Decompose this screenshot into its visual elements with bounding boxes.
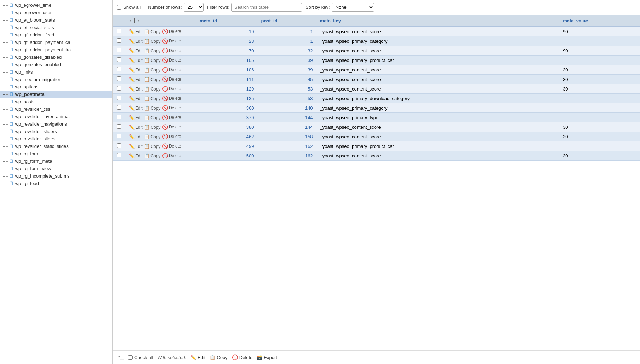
delete-button[interactable]: 🚫 Delete bbox=[162, 67, 181, 73]
footer-export-button[interactable]: 🗃️ Export bbox=[257, 355, 277, 360]
check-all-label[interactable]: Check all bbox=[134, 355, 153, 360]
row-actions-cell: ✏️ Edit 📋 Copy 🚫 Delete bbox=[125, 84, 196, 94]
sidebar-item-wp_egrower_time[interactable]: + – 🗒 wp_egrower_time bbox=[0, 1, 112, 9]
sidebar-item-wp_revslider_slides[interactable]: + – 🗒 wp_revslider_slides bbox=[0, 135, 112, 143]
edit-button[interactable]: ✏️ Edit bbox=[129, 67, 143, 73]
table-row: ✏️ Edit 📋 Copy 🚫 Delete 12953_yoast_wpse… bbox=[113, 84, 640, 94]
edit-button[interactable]: ✏️ Edit bbox=[129, 96, 143, 101]
delete-button[interactable]: 🚫 Delete bbox=[162, 38, 181, 44]
sidebar-item-wp_revslider_sliders[interactable]: + – 🗒 wp_revslider_sliders bbox=[0, 128, 112, 135]
row-checkbox[interactable] bbox=[117, 96, 121, 100]
row-checkbox[interactable] bbox=[117, 143, 121, 148]
sidebar-item-label: wp_revslider_navigations bbox=[15, 121, 67, 127]
sidebar-item-wp_egrower_user[interactable]: + – 🗒 wp_egrower_user bbox=[0, 9, 112, 16]
sidebar-item-wp_gf_addon_payment_tra[interactable]: + – 🗒 wp_gf_addon_payment_tra bbox=[0, 46, 112, 53]
row-checkbox[interactable] bbox=[117, 153, 121, 157]
footer-delete-button[interactable]: 🚫 Delete bbox=[232, 354, 253, 360]
copy-button[interactable]: 📋 Copy bbox=[144, 67, 160, 73]
copy-button[interactable]: 📋 Copy bbox=[144, 144, 160, 149]
col-header-meta_id[interactable]: meta_id bbox=[196, 15, 257, 27]
row-checkbox[interactable] bbox=[117, 57, 121, 62]
delete-button[interactable]: 🚫 Delete bbox=[162, 153, 181, 158]
delete-button[interactable]: 🚫 Delete bbox=[162, 57, 181, 63]
show-all-checkbox[interactable] bbox=[117, 5, 121, 10]
edit-button[interactable]: ✏️ Edit bbox=[129, 153, 143, 158]
col-header-meta_value[interactable]: meta_value bbox=[559, 15, 640, 27]
copy-button[interactable]: 📋 Copy bbox=[144, 153, 160, 158]
footer-copy-button[interactable]: 📋 Copy bbox=[210, 355, 227, 360]
edit-button[interactable]: ✏️ Edit bbox=[129, 39, 143, 44]
edit-button[interactable]: ✏️ Edit bbox=[129, 144, 143, 149]
sidebar-item-wp_gf_addon_feed[interactable]: + – 🗒 wp_gf_addon_feed bbox=[0, 31, 112, 39]
sidebar-item-wp_gf_addon_payment_ca[interactable]: + – 🗒 wp_gf_addon_payment_ca bbox=[0, 39, 112, 46]
row-checkbox[interactable] bbox=[117, 48, 121, 52]
copy-button[interactable]: 📋 Copy bbox=[144, 48, 160, 53]
row-actions-cell: ✏️ Edit 📋 Copy 🚫 Delete bbox=[125, 27, 196, 36]
sidebar-item-wp_revslider_static_slides[interactable]: + – 🗒 wp_revslider_static_slides bbox=[0, 143, 112, 150]
edit-button[interactable]: ✏️ Edit bbox=[129, 115, 143, 120]
sidebar-item-wp_revslider_layer_animat[interactable]: + – 🗒 wp_revslider_layer_animat bbox=[0, 113, 112, 120]
copy-button[interactable]: 📋 Copy bbox=[144, 134, 160, 139]
copy-button[interactable]: 📋 Copy bbox=[144, 115, 160, 120]
sidebar-item-wp_links[interactable]: + – 🗒 wp_links bbox=[0, 68, 112, 76]
sidebar-item-wp_rg_form[interactable]: + – 🗒 wp_rg_form bbox=[0, 150, 112, 157]
row-checkbox[interactable] bbox=[117, 67, 121, 71]
sidebar-item-wp_postmeta[interactable]: + – 🗒 wp_postmeta bbox=[0, 91, 112, 98]
copy-button[interactable]: 📋 Copy bbox=[144, 105, 160, 111]
col-header-meta_key[interactable]: meta_key bbox=[316, 15, 560, 27]
sidebar-item-wp_options[interactable]: + – 🗒 wp_options bbox=[0, 83, 112, 91]
sidebar-item-wp_rg_form_view[interactable]: + – 🗒 wp_rg_form_view bbox=[0, 165, 112, 172]
sidebar-item-wp_posts[interactable]: + – 🗒 wp_posts bbox=[0, 98, 112, 105]
sidebar-item-wp_revslider_css[interactable]: + – 🗒 wp_revslider_css bbox=[0, 105, 112, 113]
edit-button[interactable]: ✏️ Edit bbox=[129, 125, 143, 130]
num-rows-select[interactable]: 25 50 100 250 500 bbox=[184, 3, 204, 12]
delete-button[interactable]: 🚫 Delete bbox=[162, 143, 181, 149]
delete-button[interactable]: 🚫 Delete bbox=[162, 115, 181, 120]
row-checkbox[interactable] bbox=[117, 115, 121, 119]
edit-button[interactable]: ✏️ Edit bbox=[129, 29, 143, 34]
sidebar-item-wp_et_bloom_stats[interactable]: + – 🗒 wp_et_bloom_stats bbox=[0, 16, 112, 24]
row-checkbox[interactable] bbox=[117, 134, 121, 138]
delete-button[interactable]: 🚫 Delete bbox=[162, 29, 181, 34]
copy-button[interactable]: 📋 Copy bbox=[144, 125, 160, 130]
row-checkbox[interactable] bbox=[117, 76, 121, 81]
sidebar-item-wp_medium_migration[interactable]: + – 🗒 wp_medium_migration bbox=[0, 76, 112, 83]
sidebar-item-wp_gonzales_enabled[interactable]: + – 🗒 wp_gonzales_enabled bbox=[0, 61, 112, 68]
sidebar-item-wp_et_social_stats[interactable]: + – 🗒 wp_et_social_stats bbox=[0, 24, 112, 31]
delete-button[interactable]: 🚫 Delete bbox=[162, 86, 181, 92]
copy-button[interactable]: 📋 Copy bbox=[144, 39, 160, 44]
edit-button[interactable]: ✏️ Edit bbox=[129, 77, 143, 82]
copy-button[interactable]: 📋 Copy bbox=[144, 29, 160, 34]
col-header-post_id[interactable]: post_id bbox=[257, 15, 316, 27]
check-all-checkbox[interactable] bbox=[128, 355, 133, 360]
delete-button[interactable]: 🚫 Delete bbox=[162, 124, 181, 130]
row-checkbox[interactable] bbox=[117, 29, 121, 33]
sidebar-item-wp_rg_lead[interactable]: + – 🗒 wp_rg_lead bbox=[0, 180, 112, 187]
delete-button[interactable]: 🚫 Delete bbox=[162, 96, 181, 101]
sidebar-item-wp_rg_form_meta[interactable]: + – 🗒 wp_rg_form_meta bbox=[0, 157, 112, 165]
row-checkbox[interactable] bbox=[117, 86, 121, 91]
row-checkbox[interactable] bbox=[117, 124, 121, 129]
sidebar-item-wp_rg_incomplete_submis[interactable]: + – 🗒 wp_rg_incomplete_submis bbox=[0, 172, 112, 180]
row-checkbox[interactable] bbox=[117, 105, 121, 110]
copy-label: Copy bbox=[150, 125, 160, 130]
edit-button[interactable]: ✏️ Edit bbox=[129, 105, 143, 111]
search-input[interactable] bbox=[231, 3, 302, 12]
edit-button[interactable]: ✏️ Edit bbox=[129, 134, 143, 139]
copy-button[interactable]: 📋 Copy bbox=[144, 77, 160, 82]
sidebar-item-wp_gonzales_disabled[interactable]: + – 🗒 wp_gonzales_disabled bbox=[0, 53, 112, 61]
edit-button[interactable]: ✏️ Edit bbox=[129, 48, 143, 53]
delete-button[interactable]: 🚫 Delete bbox=[162, 48, 181, 53]
delete-button[interactable]: 🚫 Delete bbox=[162, 105, 181, 111]
delete-button[interactable]: 🚫 Delete bbox=[162, 76, 181, 82]
copy-button[interactable]: 📋 Copy bbox=[144, 86, 160, 92]
sidebar-item-wp_revslider_navigations[interactable]: + – 🗒 wp_revslider_navigations bbox=[0, 120, 112, 128]
footer-edit-button[interactable]: ✏️ Edit bbox=[190, 355, 205, 360]
copy-button[interactable]: 📋 Copy bbox=[144, 96, 160, 101]
delete-button[interactable]: 🚫 Delete bbox=[162, 134, 181, 139]
edit-button[interactable]: ✏️ Edit bbox=[129, 58, 143, 63]
edit-button[interactable]: ✏️ Edit bbox=[129, 86, 143, 92]
copy-button[interactable]: 📋 Copy bbox=[144, 58, 160, 63]
sort-key-select[interactable]: None bbox=[332, 3, 374, 12]
row-checkbox[interactable] bbox=[117, 38, 121, 43]
